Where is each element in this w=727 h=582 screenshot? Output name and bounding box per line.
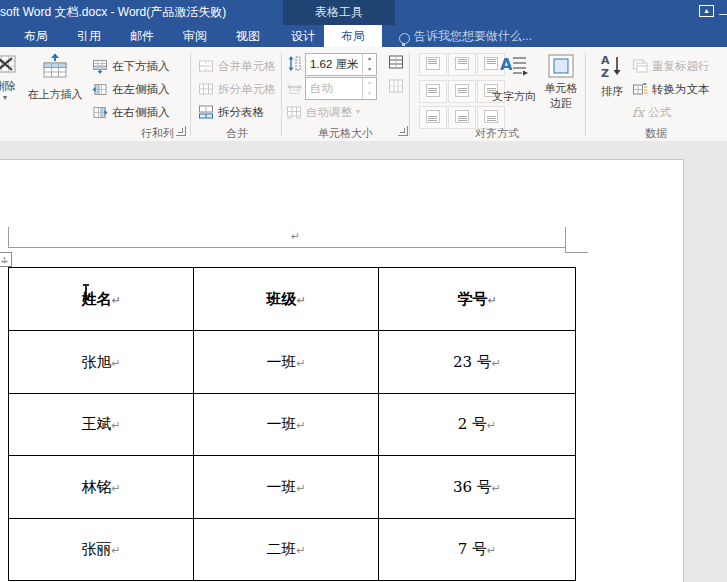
- table-cell[interactable]: 学号↵: [379, 268, 576, 331]
- tab-table-design[interactable]: 设计: [283, 25, 323, 47]
- tell-me-box[interactable]: 告诉我您想要做什么...: [414, 25, 532, 47]
- group-label-data: 数据: [585, 126, 727, 141]
- spinner-down-icon[interactable]: ▼: [363, 65, 376, 76]
- align-bottom-center-icon: [455, 110, 469, 123]
- cell-mark: ↵: [492, 357, 501, 370]
- word-window: { "colors": { "titlebar": "#2b579a", "co…: [0, 0, 727, 582]
- insert-below-button[interactable]: 在下方插入: [92, 55, 170, 77]
- ribbon-display-options-icon[interactable]: ▲: [699, 5, 714, 17]
- align-top-left-icon: [426, 57, 440, 70]
- cell-mark: ↵: [296, 419, 305, 432]
- align-bottom-left-icon: [426, 110, 440, 123]
- merge-cells-icon: [198, 58, 214, 74]
- repeat-header-rows-button[interactable]: 重复标题行: [632, 55, 710, 77]
- merge-cells-button[interactable]: 合并单元格: [198, 55, 276, 77]
- window-title: soft Word 文档.docx - Word(产品激活失败): [0, 0, 226, 25]
- spinner-up-icon[interactable]: ▲: [363, 78, 376, 89]
- distribute-rows-button[interactable]: [388, 54, 404, 70]
- align-center-button[interactable]: [448, 80, 476, 103]
- svg-text:A: A: [500, 55, 513, 74]
- tab-mailings[interactable]: 邮件: [122, 25, 162, 47]
- ribbon: 删除 ▾ 在上方插入 在下方插入 在左侧插入 在右侧插入 行和列 合并单元格: [0, 47, 727, 142]
- table-cell[interactable]: 一班↵: [194, 456, 379, 519]
- cell-mark: ↵: [492, 482, 501, 495]
- formula-fx-icon: fx: [632, 105, 644, 120]
- convert-to-text-button[interactable]: 转换为文本: [632, 78, 710, 100]
- spinner-down-icon[interactable]: ▼: [363, 89, 376, 100]
- align-center-left-button[interactable]: [419, 80, 447, 103]
- table-cell[interactable]: 二班↵: [194, 519, 379, 581]
- align-top-left-button[interactable]: [419, 53, 447, 76]
- column-width-input[interactable]: 自动 ▲ ▼: [305, 77, 377, 100]
- table-cell[interactable]: 张旭↵: [9, 331, 194, 394]
- table-row: 张旭↵ 一班↵ 23 号↵: [9, 331, 576, 394]
- cell-margins-icon: [547, 53, 575, 79]
- table-cell[interactable]: 7 号↵: [379, 519, 576, 581]
- insert-right-icon: [92, 104, 108, 120]
- cell-margins-button[interactable]: 单元格 边距: [539, 53, 583, 111]
- table-header-row: 姓名↵ 班级↵ 学号↵: [9, 268, 576, 331]
- table-cell[interactable]: 姓名↵: [9, 268, 194, 331]
- svg-text:A: A: [601, 54, 610, 67]
- distribute-columns-button[interactable]: [388, 78, 404, 94]
- chevron-down-icon: ▾: [356, 108, 360, 116]
- table-cell[interactable]: 张丽↵: [9, 519, 194, 581]
- sort-az-icon: AZ: [599, 53, 625, 80]
- paragraph-mark: ↵: [291, 230, 300, 243]
- sort-button[interactable]: AZ 排序: [594, 53, 630, 99]
- cell-mark: ↵: [111, 482, 120, 495]
- split-table-button[interactable]: 拆分表格: [198, 101, 264, 123]
- row-height-spinner[interactable]: ▲ ▼: [362, 54, 376, 75]
- cell-mark: ↵: [487, 544, 496, 557]
- group-label-cell-size: 单元格大小: [282, 126, 409, 141]
- margin-boundary-line: [8, 247, 565, 248]
- split-cells-button[interactable]: 拆分单元格: [198, 78, 276, 100]
- text-direction-icon: A: [499, 53, 529, 81]
- insert-left-icon: [92, 81, 108, 97]
- tab-layout-page[interactable]: 布局: [16, 25, 56, 47]
- cell-mark: ↵: [296, 357, 305, 370]
- table-cell[interactable]: 一班↵: [194, 394, 379, 456]
- minimize-button[interactable]: —: [719, 8, 727, 19]
- insert-right-button[interactable]: 在右侧插入: [92, 101, 170, 123]
- table-cell[interactable]: 王斌↵: [9, 394, 194, 456]
- formula-button[interactable]: fx 公式: [632, 101, 671, 123]
- tab-table-layout-active[interactable]: 布局: [324, 25, 382, 47]
- row-height-input[interactable]: 1.62 厘米 ▲ ▼: [305, 53, 377, 76]
- chevron-down-icon: ▾: [3, 94, 7, 102]
- margin-mark-right-horizontal: [566, 252, 588, 253]
- align-top-center-button[interactable]: [448, 53, 476, 76]
- insert-above-button[interactable]: 在上方插入: [24, 52, 86, 102]
- table-cell[interactable]: 班级↵: [194, 268, 379, 331]
- group-separator: [409, 52, 410, 136]
- tab-view[interactable]: 视图: [228, 25, 268, 47]
- insert-left-button[interactable]: 在左侧插入: [92, 78, 170, 100]
- table-move-handle[interactable]: ↔ ↕: [0, 252, 12, 267]
- cell-mark: ↵: [111, 294, 120, 307]
- align-bottom-right-icon: [484, 110, 498, 123]
- cell-mark: ↵: [296, 544, 305, 557]
- delete-table-icon: [0, 52, 18, 76]
- contextual-tab-title: 表格工具: [283, 1, 395, 23]
- convert-to-text-icon: [632, 81, 648, 97]
- table-cell[interactable]: 一班↵: [194, 331, 379, 394]
- align-top-center-icon: [455, 57, 469, 70]
- align-center-left-icon: [426, 84, 440, 97]
- column-width-spinner[interactable]: ▲ ▼: [362, 78, 376, 99]
- tab-references[interactable]: 引用: [69, 25, 109, 47]
- group-separator: [281, 52, 282, 136]
- table-cell[interactable]: 2 号↵: [379, 394, 576, 456]
- group-label-rows-cols: 行和列: [141, 126, 174, 141]
- table-cell[interactable]: 36 号↵: [379, 456, 576, 519]
- autofit-button[interactable]: 自动调整 ▾: [286, 101, 360, 123]
- group-separator: [585, 52, 586, 136]
- student-table: 姓名↵ 班级↵ 学号↵ 张旭↵ 一班↵ 23 号↵ 王斌↵ 一班↵ 2 号↵ 林…: [8, 267, 576, 581]
- table-cell[interactable]: 林铭↵: [9, 456, 194, 519]
- text-direction-button[interactable]: A 文字方向: [489, 53, 539, 104]
- rows-cols-dialog-launcher[interactable]: [176, 126, 186, 136]
- cell-size-dialog-launcher[interactable]: [398, 126, 408, 136]
- spinner-up-icon[interactable]: ▲: [363, 54, 376, 65]
- tab-review[interactable]: 审阅: [175, 25, 215, 47]
- table-cell[interactable]: 23 号↵: [379, 331, 576, 394]
- table-row: 王斌↵ 一班↵ 2 号↵: [9, 394, 576, 456]
